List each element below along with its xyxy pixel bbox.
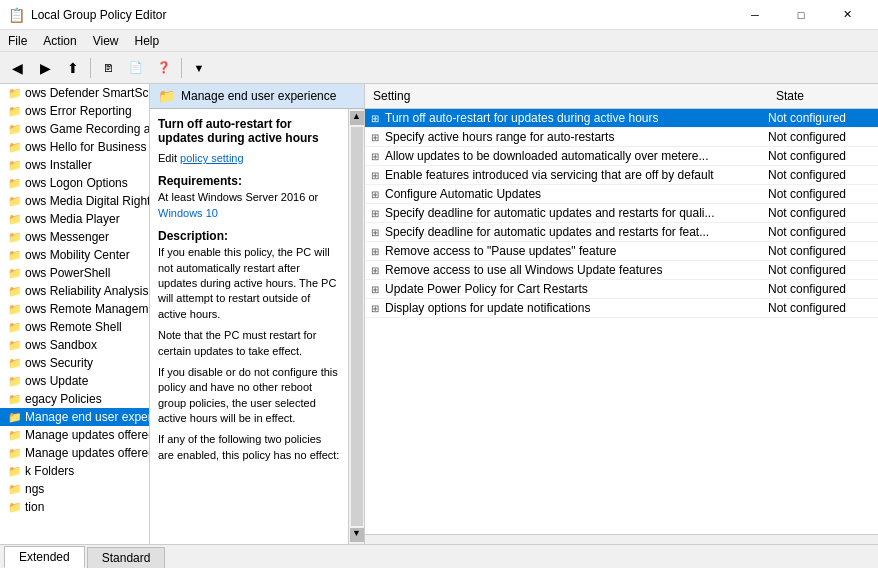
sidebar-item-tion[interactable]: 📁 tion [0,498,149,516]
right-panel: Setting State ⊞ Turn off auto-restart fo… [365,84,878,544]
scroll-up-btn[interactable]: ▲ [350,111,364,125]
sidebar-item-logon[interactable]: 📁 ows Logon Options [0,174,149,192]
menu-file[interactable]: File [0,32,35,50]
note-text: Note that the PC must restart for certai… [158,328,340,359]
horizontal-scrollbar[interactable] [365,534,878,544]
toolbar-separator-1 [90,58,91,78]
folder-icon: 📁 [8,447,22,460]
setting-state: Not configured [768,187,878,201]
sidebar-item-media-player[interactable]: 📁 ows Media Player [0,210,149,228]
setting-row[interactable]: ⊞ Allow updates to be downloaded automat… [365,147,878,166]
col-header-state: State [768,87,878,105]
title-bar: 📋 Local Group Policy Editor ─ □ ✕ [0,0,878,30]
sidebar-item-error-reporting[interactable]: 📁 ows Error Reporting [0,102,149,120]
right-header: Setting State [365,84,878,109]
sidebar-item-reliability[interactable]: 📁 ows Reliability Analysis [0,282,149,300]
menu-action[interactable]: Action [35,32,84,50]
sidebar-item-sandbox[interactable]: 📁 ows Sandbox [0,336,149,354]
disable-text: If you disable or do not configure this … [158,365,340,427]
forward-button[interactable]: ▶ [32,56,58,80]
setting-name: Enable features introduced via servicing… [385,168,768,182]
menu-bar: File Action View Help [0,30,878,52]
policy-edit-link: Edit policy setting [158,151,340,166]
main-container: 📁 ows Defender SmartScre 📁 ows Error Rep… [0,84,878,544]
setting-state: Not configured [768,111,878,125]
setting-row[interactable]: ⊞ Configure Automatic Updates Not config… [365,185,878,204]
menu-help[interactable]: Help [127,32,168,50]
setting-name: Specify deadline for automatic updates a… [385,206,768,220]
minimize-button[interactable]: ─ [732,0,778,30]
sidebar-item-ngs[interactable]: 📁 ngs [0,480,149,498]
up-button[interactable]: ⬆ [60,56,86,80]
sidebar-item-label: ows Media Player [25,212,120,226]
tab-extended[interactable]: Extended [4,546,85,568]
setting-icon: ⊞ [365,208,385,219]
middle-scrollbar[interactable]: ▲ ▼ [348,109,364,544]
sidebar-item-game-recording[interactable]: 📁 ows Game Recording an [0,120,149,138]
sidebar-item-messenger[interactable]: 📁 ows Messenger [0,228,149,246]
setting-row[interactable]: ⊞ Specify active hours range for auto-re… [365,128,878,147]
sidebar-item-label: ows Error Reporting [25,104,132,118]
col-header-setting: Setting [365,87,768,105]
folder-icon: 📁 [8,249,22,262]
sidebar-item-hello[interactable]: 📁 ows Hello for Business [0,138,149,156]
sidebar-item-smartscreen[interactable]: 📁 ows Defender SmartScre [0,84,149,102]
filter-button[interactable]: ▼ [186,56,212,80]
folder-icon: 📁 [8,87,22,100]
sidebar-item-powershell[interactable]: 📁 ows PowerShell [0,264,149,282]
sidebar-item-update[interactable]: 📁 ows Update [0,372,149,390]
setting-name: Turn off auto-restart for updates during… [385,111,768,125]
sidebar-item-mobility[interactable]: 📁 ows Mobility Center [0,246,149,264]
setting-row[interactable]: ⊞ Remove access to "Pause updates" featu… [365,242,878,261]
middle-panel-inner: Turn off auto-restart for updates during… [150,109,364,544]
toolbar-separator-2 [181,58,182,78]
sidebar-item-digital-rights[interactable]: 📁 ows Media Digital Right: [0,192,149,210]
tab-standard[interactable]: Standard [87,547,166,568]
sidebar-item-manage-updates-1[interactable]: 📁 Manage updates offered f [0,426,149,444]
sidebar-item-label: egacy Policies [25,392,102,406]
scroll-down-btn[interactable]: ▼ [350,528,364,542]
show-hide-button[interactable]: 🖹 [95,56,121,80]
sidebar-item-manage-end-user[interactable]: 📁 Manage end user experie [0,408,149,426]
app-icon: 📋 [8,7,25,23]
folder-icon: 📁 [8,303,22,316]
sidebar-item-label: Manage updates offered f [25,446,149,460]
sidebar-item-manage-updates-2[interactable]: 📁 Manage updates offered f [0,444,149,462]
folder-icon: 📁 [8,411,22,424]
sidebar-item-legacy[interactable]: 📁 egacy Policies [0,390,149,408]
policy-setting-link[interactable]: policy setting [180,152,244,164]
sidebar-item-k-folders[interactable]: 📁 k Folders [0,462,149,480]
setting-name: Specify active hours range for auto-rest… [385,130,768,144]
help-button[interactable]: ❓ [151,56,177,80]
setting-row[interactable]: ⊞ Update Power Policy for Cart Restarts … [365,280,878,299]
sidebar-item-installer[interactable]: 📁 ows Installer [0,156,149,174]
maximize-button[interactable]: □ [778,0,824,30]
close-button[interactable]: ✕ [824,0,870,30]
sidebar-item-label: Manage updates offered f [25,428,149,442]
setting-row[interactable]: ⊞ Specify deadline for automatic updates… [365,204,878,223]
setting-row[interactable]: ⊞ Remove access to use all Windows Updat… [365,261,878,280]
settings-list: ⊞ Turn off auto-restart for updates duri… [365,109,878,534]
setting-row[interactable]: ⊞ Enable features introduced via servici… [365,166,878,185]
setting-row[interactable]: ⊞ Turn off auto-restart for updates duri… [365,109,878,128]
sidebar-item-label: ows Game Recording an [25,122,149,136]
setting-row[interactable]: ⊞ Display options for update notificatio… [365,299,878,318]
sidebar-item-remote-shell[interactable]: 📁 ows Remote Shell [0,318,149,336]
sidebar-item-label: ows Messenger [25,230,109,244]
sidebar-item-label: ngs [25,482,44,496]
setting-icon: ⊞ [365,132,385,143]
sidebar-item-remote-mgmt[interactable]: 📁 ows Remote Manageme [0,300,149,318]
sidebar: 📁 ows Defender SmartScre 📁 ows Error Rep… [0,84,150,544]
sidebar-item-label: k Folders [25,464,74,478]
back-button[interactable]: ◀ [4,56,30,80]
sidebar-item-security[interactable]: 📁 ows Security [0,354,149,372]
folder-icon: 📁 [8,105,22,118]
menu-view[interactable]: View [85,32,127,50]
sidebar-item-label: ows Reliability Analysis [25,284,148,298]
title-bar-controls: ─ □ ✕ [732,0,870,30]
setting-icon: ⊞ [365,151,385,162]
bottom-tabs: Extended Standard [0,544,878,568]
setting-name: Display options for update notifications [385,301,768,315]
properties-button[interactable]: 📄 [123,56,149,80]
setting-row[interactable]: ⊞ Specify deadline for automatic updates… [365,223,878,242]
